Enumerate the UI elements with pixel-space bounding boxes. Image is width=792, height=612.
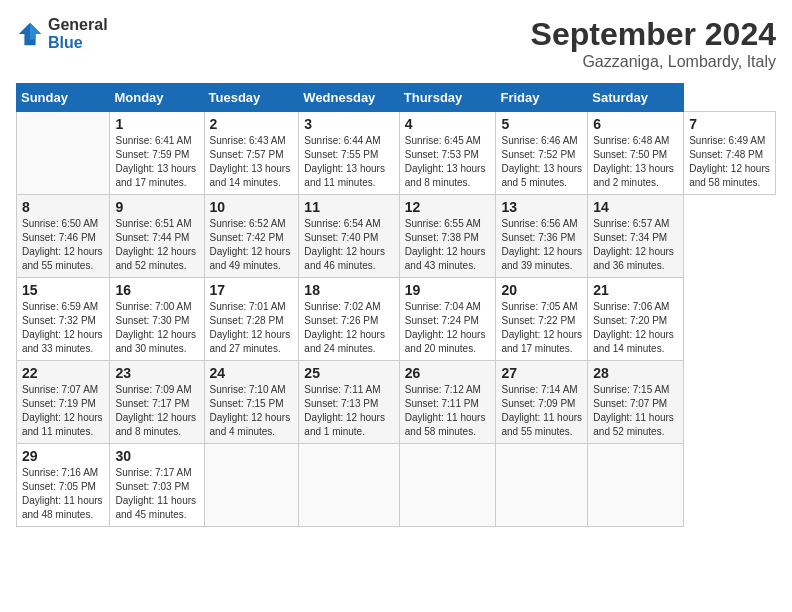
day-info: Sunrise: 6:45 AM Sunset: 7:53 PM Dayligh… <box>405 134 491 190</box>
day-number: 2 <box>210 116 294 132</box>
calendar-day-27: 27Sunrise: 7:14 AM Sunset: 7:09 PM Dayli… <box>496 361 588 444</box>
calendar-day-5: 5Sunrise: 6:46 AM Sunset: 7:52 PM Daylig… <box>496 112 588 195</box>
empty-cell <box>588 444 684 527</box>
day-info: Sunrise: 7:14 AM Sunset: 7:09 PM Dayligh… <box>501 383 582 439</box>
day-number: 20 <box>501 282 582 298</box>
day-info: Sunrise: 7:16 AM Sunset: 7:05 PM Dayligh… <box>22 466 104 522</box>
day-number: 18 <box>304 282 393 298</box>
day-number: 23 <box>115 365 198 381</box>
calendar-week-1: 1Sunrise: 6:41 AM Sunset: 7:59 PM Daylig… <box>17 112 776 195</box>
day-info: Sunrise: 6:55 AM Sunset: 7:38 PM Dayligh… <box>405 217 491 273</box>
day-number: 26 <box>405 365 491 381</box>
calendar-day-2: 2Sunrise: 6:43 AM Sunset: 7:57 PM Daylig… <box>204 112 299 195</box>
calendar-header-saturday: Saturday <box>588 84 684 112</box>
day-info: Sunrise: 7:02 AM Sunset: 7:26 PM Dayligh… <box>304 300 393 356</box>
calendar-day-18: 18Sunrise: 7:02 AM Sunset: 7:26 PM Dayli… <box>299 278 399 361</box>
day-number: 9 <box>115 199 198 215</box>
calendar-day-16: 16Sunrise: 7:00 AM Sunset: 7:30 PM Dayli… <box>110 278 204 361</box>
calendar-week-4: 22Sunrise: 7:07 AM Sunset: 7:19 PM Dayli… <box>17 361 776 444</box>
day-info: Sunrise: 7:15 AM Sunset: 7:07 PM Dayligh… <box>593 383 678 439</box>
day-info: Sunrise: 6:43 AM Sunset: 7:57 PM Dayligh… <box>210 134 294 190</box>
calendar-day-26: 26Sunrise: 7:12 AM Sunset: 7:11 PM Dayli… <box>399 361 496 444</box>
day-info: Sunrise: 7:05 AM Sunset: 7:22 PM Dayligh… <box>501 300 582 356</box>
logo: General Blue <box>16 16 108 51</box>
calendar-header-sunday: Sunday <box>17 84 110 112</box>
day-number: 5 <box>501 116 582 132</box>
day-number: 15 <box>22 282 104 298</box>
calendar-day-13: 13Sunrise: 6:56 AM Sunset: 7:36 PM Dayli… <box>496 195 588 278</box>
day-info: Sunrise: 7:17 AM Sunset: 7:03 PM Dayligh… <box>115 466 198 522</box>
day-info: Sunrise: 6:46 AM Sunset: 7:52 PM Dayligh… <box>501 134 582 190</box>
day-number: 7 <box>689 116 770 132</box>
empty-cell <box>17 112 110 195</box>
empty-cell <box>299 444 399 527</box>
day-info: Sunrise: 7:06 AM Sunset: 7:20 PM Dayligh… <box>593 300 678 356</box>
day-info: Sunrise: 6:41 AM Sunset: 7:59 PM Dayligh… <box>115 134 198 190</box>
calendar-day-21: 21Sunrise: 7:06 AM Sunset: 7:20 PM Dayli… <box>588 278 684 361</box>
calendar-day-9: 9Sunrise: 6:51 AM Sunset: 7:44 PM Daylig… <box>110 195 204 278</box>
title-section: September 2024 Gazzaniga, Lombardy, Ital… <box>531 16 776 71</box>
day-info: Sunrise: 7:04 AM Sunset: 7:24 PM Dayligh… <box>405 300 491 356</box>
calendar-header-friday: Friday <box>496 84 588 112</box>
calendar-day-7: 7Sunrise: 6:49 AM Sunset: 7:48 PM Daylig… <box>684 112 776 195</box>
empty-cell <box>496 444 588 527</box>
day-info: Sunrise: 6:57 AM Sunset: 7:34 PM Dayligh… <box>593 217 678 273</box>
calendar-day-23: 23Sunrise: 7:09 AM Sunset: 7:17 PM Dayli… <box>110 361 204 444</box>
day-number: 10 <box>210 199 294 215</box>
day-number: 4 <box>405 116 491 132</box>
day-number: 11 <box>304 199 393 215</box>
calendar-day-17: 17Sunrise: 7:01 AM Sunset: 7:28 PM Dayli… <box>204 278 299 361</box>
day-info: Sunrise: 7:01 AM Sunset: 7:28 PM Dayligh… <box>210 300 294 356</box>
calendar-body: 1Sunrise: 6:41 AM Sunset: 7:59 PM Daylig… <box>17 112 776 527</box>
calendar-day-25: 25Sunrise: 7:11 AM Sunset: 7:13 PM Dayli… <box>299 361 399 444</box>
day-info: Sunrise: 6:49 AM Sunset: 7:48 PM Dayligh… <box>689 134 770 190</box>
empty-cell <box>204 444 299 527</box>
day-number: 14 <box>593 199 678 215</box>
day-info: Sunrise: 7:11 AM Sunset: 7:13 PM Dayligh… <box>304 383 393 439</box>
day-info: Sunrise: 7:07 AM Sunset: 7:19 PM Dayligh… <box>22 383 104 439</box>
day-info: Sunrise: 6:52 AM Sunset: 7:42 PM Dayligh… <box>210 217 294 273</box>
calendar-week-5: 29Sunrise: 7:16 AM Sunset: 7:05 PM Dayli… <box>17 444 776 527</box>
logo-blue-text: Blue <box>48 34 108 52</box>
logo-icon <box>16 20 44 48</box>
calendar-day-1: 1Sunrise: 6:41 AM Sunset: 7:59 PM Daylig… <box>110 112 204 195</box>
logo-general-text: General <box>48 16 108 34</box>
day-number: 25 <box>304 365 393 381</box>
calendar-day-11: 11Sunrise: 6:54 AM Sunset: 7:40 PM Dayli… <box>299 195 399 278</box>
calendar-day-6: 6Sunrise: 6:48 AM Sunset: 7:50 PM Daylig… <box>588 112 684 195</box>
day-info: Sunrise: 7:00 AM Sunset: 7:30 PM Dayligh… <box>115 300 198 356</box>
day-info: Sunrise: 6:51 AM Sunset: 7:44 PM Dayligh… <box>115 217 198 273</box>
day-info: Sunrise: 6:50 AM Sunset: 7:46 PM Dayligh… <box>22 217 104 273</box>
calendar-day-4: 4Sunrise: 6:45 AM Sunset: 7:53 PM Daylig… <box>399 112 496 195</box>
day-info: Sunrise: 6:44 AM Sunset: 7:55 PM Dayligh… <box>304 134 393 190</box>
calendar-day-8: 8Sunrise: 6:50 AM Sunset: 7:46 PM Daylig… <box>17 195 110 278</box>
calendar-day-20: 20Sunrise: 7:05 AM Sunset: 7:22 PM Dayli… <box>496 278 588 361</box>
day-info: Sunrise: 7:09 AM Sunset: 7:17 PM Dayligh… <box>115 383 198 439</box>
day-number: 28 <box>593 365 678 381</box>
day-number: 12 <box>405 199 491 215</box>
calendar-day-22: 22Sunrise: 7:07 AM Sunset: 7:19 PM Dayli… <box>17 361 110 444</box>
svg-marker-1 <box>30 22 41 39</box>
empty-cell <box>399 444 496 527</box>
day-number: 27 <box>501 365 582 381</box>
calendar-header-wednesday: Wednesday <box>299 84 399 112</box>
day-info: Sunrise: 7:10 AM Sunset: 7:15 PM Dayligh… <box>210 383 294 439</box>
calendar-header-monday: Monday <box>110 84 204 112</box>
day-info: Sunrise: 6:54 AM Sunset: 7:40 PM Dayligh… <box>304 217 393 273</box>
day-number: 24 <box>210 365 294 381</box>
day-number: 29 <box>22 448 104 464</box>
location-title: Gazzaniga, Lombardy, Italy <box>531 53 776 71</box>
calendar-day-14: 14Sunrise: 6:57 AM Sunset: 7:34 PM Dayli… <box>588 195 684 278</box>
day-info: Sunrise: 6:48 AM Sunset: 7:50 PM Dayligh… <box>593 134 678 190</box>
calendar-week-2: 8Sunrise: 6:50 AM Sunset: 7:46 PM Daylig… <box>17 195 776 278</box>
day-number: 16 <box>115 282 198 298</box>
calendar-day-15: 15Sunrise: 6:59 AM Sunset: 7:32 PM Dayli… <box>17 278 110 361</box>
day-info: Sunrise: 7:12 AM Sunset: 7:11 PM Dayligh… <box>405 383 491 439</box>
day-number: 1 <box>115 116 198 132</box>
calendar-table: SundayMondayTuesdayWednesdayThursdayFrid… <box>16 83 776 527</box>
day-number: 6 <box>593 116 678 132</box>
calendar-day-19: 19Sunrise: 7:04 AM Sunset: 7:24 PM Dayli… <box>399 278 496 361</box>
page-header: General Blue September 2024 Gazzaniga, L… <box>16 16 776 71</box>
day-number: 19 <box>405 282 491 298</box>
day-number: 13 <box>501 199 582 215</box>
